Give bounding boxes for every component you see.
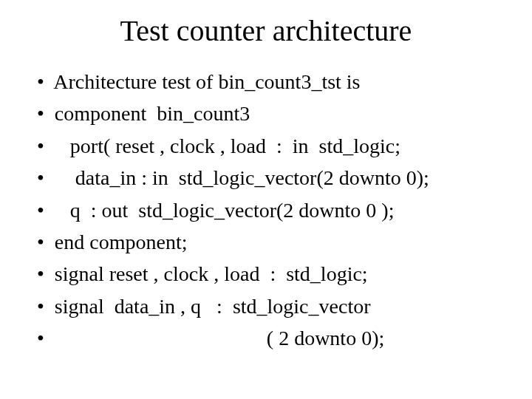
slide-title: Test counter architecture bbox=[22, 13, 510, 48]
list-item: signal reset , clock , load : std_logic; bbox=[37, 258, 510, 290]
list-item: component bin_count3 bbox=[37, 98, 510, 129]
slide: Test counter architecture Architecture t… bbox=[0, 0, 532, 399]
list-item: port( reset , clock , load : in std_logi… bbox=[37, 130, 510, 162]
list-item: ( 2 downto 0); bbox=[37, 322, 510, 354]
list-item: data_in : in std_logic_vector(2 downto 0… bbox=[37, 162, 510, 194]
list-item: Architecture test of bin_count3_tst is bbox=[37, 66, 510, 98]
bullet-list: Architecture test of bin_count3_tst is c… bbox=[22, 66, 510, 355]
list-item: q : out std_logic_vector(2 downto 0 ); bbox=[37, 194, 510, 226]
list-item: end component; bbox=[37, 226, 510, 258]
list-item: signal data_in , q : std_logic_vector bbox=[37, 290, 510, 322]
